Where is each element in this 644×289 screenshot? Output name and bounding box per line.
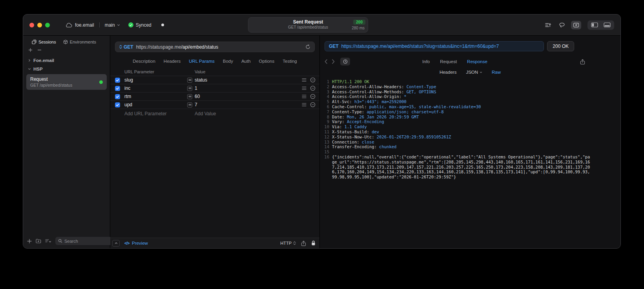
tab-info[interactable]: Info (422, 59, 430, 64)
import-button[interactable] (571, 21, 581, 29)
param-checkbox[interactable] (115, 102, 120, 107)
remove-row-icon[interactable] (310, 85, 316, 91)
sync-status[interactable]: Synced (128, 22, 151, 28)
tab-options[interactable]: Options (259, 59, 275, 64)
row-menu-icon[interactable] (302, 94, 306, 99)
param-row[interactable]: rtm 60 (110, 93, 319, 101)
share-response-button[interactable] (580, 59, 585, 65)
param-checkbox[interactable] (115, 86, 120, 91)
add-param-name[interactable]: Add URL Parameter (124, 111, 187, 116)
chevron-down-icon (480, 71, 482, 74)
param-checkbox[interactable] (115, 94, 120, 99)
tab-sessions[interactable]: Sessions (32, 40, 56, 44)
row-menu-icon[interactable] (302, 102, 306, 107)
param-name[interactable]: upd (124, 102, 187, 107)
tree-group-hsp[interactable]: HSP (23, 65, 110, 73)
tab-url-params[interactable]: URL Params (189, 59, 214, 64)
request-item-subtitle: GET /api/embed/status (30, 83, 72, 87)
equals-icon (187, 78, 192, 83)
subtab-json-label: JSON (466, 70, 478, 75)
remove-item-button[interactable] (37, 48, 42, 52)
forward-button[interactable] (332, 59, 335, 64)
subtab-raw[interactable]: Raw (492, 70, 501, 75)
request-item[interactable]: Request GET /api/embed/status (26, 74, 107, 90)
line-number: 12 (322, 135, 329, 140)
line-content: Cache-Control: public, max-age=15, stale… (332, 104, 592, 109)
line-number: 4 (322, 94, 329, 99)
code-token: Content-Type (407, 84, 436, 89)
close-window-button[interactable] (29, 23, 34, 27)
lasso-button[interactable] (557, 21, 567, 29)
share-request-button[interactable] (301, 240, 306, 246)
param-row[interactable]: slug status (110, 76, 319, 84)
param-name[interactable]: slug (124, 77, 187, 83)
project-menu[interactable]: foe.email main Synced (66, 22, 164, 28)
ssl-lock-button[interactable] (311, 240, 316, 246)
lock-icon (311, 240, 316, 246)
param-row[interactable]: inc 1 (110, 84, 319, 93)
modified-indicator-dot (161, 24, 164, 26)
subtab-json[interactable]: JSON (466, 70, 482, 75)
remove-row-icon[interactable] (310, 77, 316, 83)
new-request-button[interactable] (27, 239, 32, 244)
line-number: 7 (322, 109, 329, 115)
code-token: Via: (332, 124, 345, 129)
preview-button[interactable]: </> Preview (124, 241, 148, 245)
collapse-panel-button[interactable] (112, 240, 120, 247)
param-checkbox[interactable] (115, 78, 120, 83)
tab-request[interactable]: Request (440, 59, 457, 64)
line-number: 15 (322, 149, 329, 154)
back-button[interactable] (325, 59, 328, 64)
tab-description[interactable]: Description (133, 59, 155, 64)
remove-row-icon[interactable] (310, 94, 316, 99)
sync-label: Synced (136, 22, 151, 28)
tab-testing[interactable]: Testing (283, 59, 297, 64)
tab-headers[interactable]: Headers (164, 59, 181, 64)
response-method-label: GET (329, 44, 339, 49)
param-value[interactable]: status (195, 77, 207, 83)
tree-group-foe-email[interactable]: Foe.email (23, 56, 110, 65)
history-button[interactable] (340, 58, 350, 65)
code-token: 1.1 Caddy (345, 124, 367, 129)
refresh-button[interactable] (305, 44, 310, 49)
tab-auth[interactable]: Auth (241, 59, 251, 64)
minimize-window-button[interactable] (37, 23, 42, 27)
remove-row-icon[interactable] (310, 102, 316, 107)
line-content: Content-Type: application/json; charset=… (332, 109, 592, 115)
branch-selector[interactable]: main (105, 22, 120, 28)
plus-icon (27, 239, 32, 244)
add-item-button[interactable] (28, 48, 33, 52)
subtab-headers[interactable]: Headers (440, 70, 456, 75)
param-value[interactable]: 7 (195, 102, 197, 107)
line-number: 3 (322, 89, 329, 95)
project-name: foe.email (75, 22, 94, 28)
param-name[interactable]: rtm (124, 94, 187, 99)
check-icon (116, 95, 119, 98)
row-menu-icon[interactable] (302, 85, 306, 91)
view-options-button[interactable] (45, 239, 51, 244)
param-name[interactable]: inc (124, 85, 187, 91)
row-menu-icon[interactable] (302, 77, 306, 83)
tab-response[interactable]: Response (467, 59, 487, 64)
toggle-bottom-panel-button[interactable] (601, 21, 613, 29)
new-folder-button[interactable] (36, 239, 41, 244)
method-caret-icon (119, 45, 122, 49)
sidebar: Sessions Environments (23, 36, 110, 248)
request-queue-button[interactable] (543, 21, 553, 29)
add-param-value[interactable]: Add Value (187, 111, 301, 116)
tab-body[interactable]: Body (223, 59, 233, 64)
check-icon (116, 103, 119, 107)
toggle-sidebar-button[interactable] (588, 21, 601, 29)
param-row[interactable]: upd 7 (110, 101, 319, 109)
http-version-selector[interactable]: HTTP (280, 241, 296, 245)
tree-group-label: HSP (33, 67, 43, 71)
tab-environments[interactable]: Environments (63, 40, 96, 44)
request-summary[interactable]: Sent Request GET /api/embed/status 200 2… (248, 17, 368, 33)
request-url-input[interactable]: https://statuspage.me/api/embed/status (136, 44, 218, 50)
http-version-label: HTTP (280, 241, 292, 245)
method-selector[interactable]: GET (119, 44, 133, 50)
line-content: Transfer-Encoding: chunked (332, 144, 592, 149)
param-value[interactable]: 1 (195, 85, 197, 91)
zoom-window-button[interactable] (45, 23, 50, 27)
param-value[interactable]: 60 (195, 94, 200, 99)
